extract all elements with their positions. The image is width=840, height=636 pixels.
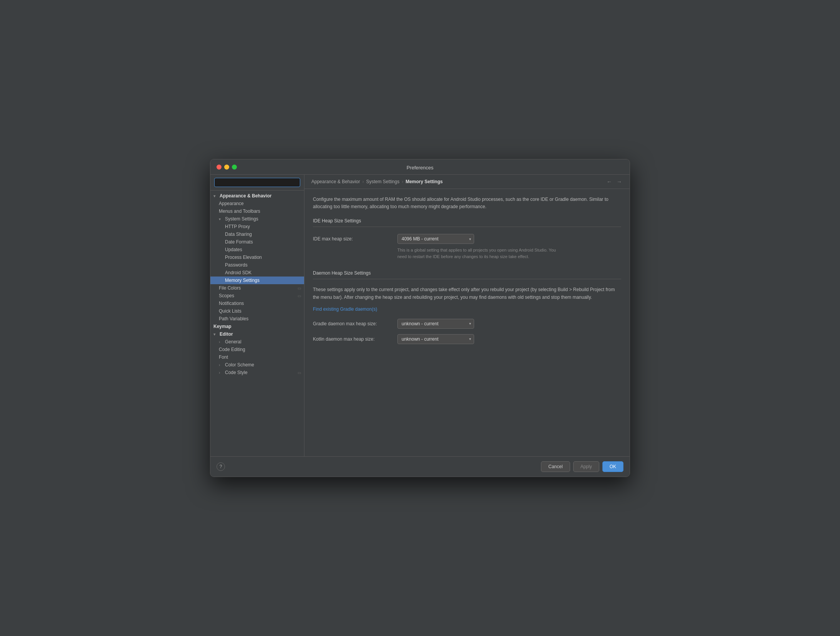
sidebar-item-label: Date Formats [225,239,253,245]
sidebar-item-system-settings[interactable]: ▾ System Settings [210,215,304,223]
sidebar-item-memory-settings[interactable]: Memory Settings [210,277,304,284]
sidebar-item-label: Process Elevation [225,255,262,260]
sidebar-item-data-sharing[interactable]: Data Sharing [210,230,304,238]
sidebar-item-editor[interactable]: ▾ Editor [210,330,304,338]
sidebar-item-label: Appearance [219,201,244,206]
sidebar-item-appearance[interactable]: Appearance [210,200,304,207]
close-button[interactable] [217,164,222,169]
sidebar-item-label: Appearance & Behavior [220,193,271,199]
sidebar-item-label: Editor [220,331,233,337]
sidebar-item-label: Menus and Toolbars [219,209,260,214]
breadcrumb-separator-1: › [362,179,364,184]
sidebar-item-http-proxy[interactable]: HTTP Proxy [210,223,304,230]
ide-heap-row: IDE max heap size: 512 MB 750 MB 1024 MB… [313,234,621,244]
sidebar-item-label: General [225,339,241,344]
sidebar-item-keymap[interactable]: Keymap [210,323,304,330]
sidebar-tree: ▾ Appearance & Behavior Appearance Menus… [210,190,304,456]
search-wrap: ⌕ [210,175,304,190]
title-bar: Preferences [210,159,630,175]
kotlin-heap-row: Kotlin daemon max heap size: 512 MB 750 … [313,334,621,344]
back-button[interactable]: ← [606,179,613,185]
breadcrumb: Appearance & Behavior › System Settings … [304,175,630,189]
gradle-daemon-link[interactable]: Find existing Gradle daemon(s) [313,306,621,312]
sidebar-item-label: File Colors [219,285,241,291]
traffic-lights [217,164,237,169]
sidebar-item-updates[interactable]: Updates [210,246,304,253]
breadcrumb-navigation: ← → [606,179,623,185]
breadcrumb-item-1[interactable]: Appearance & Behavior [311,179,360,184]
chevron-right-icon: › [219,340,223,344]
sidebar: ⌕ ▾ Appearance & Behavior Appearance Men… [210,175,304,456]
sidebar-item-process-elevation[interactable]: Process Elevation [210,253,304,261]
sidebar-item-label: Passwords [225,262,248,268]
help-button[interactable]: ? [217,462,225,471]
forward-button[interactable]: → [616,179,623,185]
sidebar-item-label: Path Variables [219,316,248,321]
page-description: Configure the maximum amount of RAM the … [313,196,621,210]
sidebar-item-label: Code Editing [219,347,245,352]
chevron-right-icon: › [219,371,223,375]
sidebar-item-notifications[interactable]: Notifications [210,300,304,307]
main-content: ⌕ ▾ Appearance & Behavior Appearance Men… [210,175,630,456]
chevron-right-icon: › [219,363,223,367]
footer-left: ? [217,462,225,471]
sidebar-item-label: Code Style [225,370,248,375]
chevron-down-icon: ▾ [219,217,223,221]
ok-button[interactable]: OK [602,461,623,472]
sidebar-item-file-colors[interactable]: File Colors ▭ [210,284,304,292]
kotlin-heap-select[interactable]: 512 MB 750 MB 1024 MB 2048 MB unknown - … [397,334,474,344]
sidebar-item-code-editing[interactable]: Code Editing [210,346,304,353]
sidebar-item-android-sdk[interactable]: Android SDK [210,269,304,277]
sidebar-item-label: HTTP Proxy [225,224,250,229]
ide-heap-select[interactable]: 512 MB 750 MB 1024 MB 2048 MB 4096 MB - … [397,234,474,244]
sidebar-item-quick-lists[interactable]: Quick Lists [210,307,304,315]
footer: ? Cancel Apply OK [210,456,630,477]
sidebar-item-menus-toolbars[interactable]: Menus and Toolbars [210,207,304,215]
content-panel: Appearance & Behavior › System Settings … [304,175,630,456]
sidebar-item-scopes[interactable]: Scopes ▭ [210,292,304,300]
sidebar-item-date-formats[interactable]: Date Formats [210,238,304,246]
ide-heap-select-wrap: 512 MB 750 MB 1024 MB 2048 MB 4096 MB - … [397,234,474,244]
kotlin-heap-label: Kotlin daemon max heap size: [313,336,397,342]
daemon-heap-section: Daemon Heap Size Settings These settings… [313,270,621,344]
gradle-heap-row: Gradle daemon max heap size: 512 MB 750 … [313,319,621,329]
sidebar-item-color-scheme[interactable]: › Color Scheme [210,361,304,369]
repo-icon: ▭ [298,371,301,375]
gradle-heap-select[interactable]: 512 MB 750 MB 1024 MB 2048 MB unknown - … [397,319,474,329]
sidebar-item-label: Keymap [213,324,231,329]
preferences-dialog: Preferences ⌕ ▾ Appearance & Behavior Ap… [210,159,630,477]
sidebar-item-label: Data Sharing [225,232,252,237]
sidebar-item-label: Android SDK [225,270,251,275]
content-body: Configure the maximum amount of RAM the … [304,189,630,456]
sidebar-item-label: Updates [225,247,242,252]
breadcrumb-separator-2: › [402,179,403,184]
breadcrumb-item-2[interactable]: System Settings [366,179,400,184]
repo-icon: ▭ [298,286,301,290]
sidebar-item-label: Font [219,354,228,360]
sidebar-item-label: Color Scheme [225,362,254,368]
search-container: ⌕ [214,178,300,187]
cancel-button[interactable]: Cancel [541,461,570,472]
ide-heap-section: IDE Heap Size Settings IDE max heap size… [313,218,621,260]
sidebar-item-label: Scopes [219,293,234,298]
sidebar-item-code-style[interactable]: › Code Style ▭ [210,369,304,376]
breadcrumb-item-3: Memory Settings [405,179,443,184]
sidebar-item-general[interactable]: › General [210,338,304,346]
sidebar-item-font[interactable]: Font [210,353,304,361]
ide-section-header: IDE Heap Size Settings [313,218,621,227]
chevron-down-icon: ▾ [213,194,218,198]
gradle-heap-select-wrap: 512 MB 750 MB 1024 MB 2048 MB unknown - … [397,319,474,329]
sidebar-item-passwords[interactable]: Passwords [210,261,304,269]
maximize-button[interactable] [232,164,237,169]
daemon-section-header: Daemon Heap Size Settings [313,270,621,279]
ide-heap-note: This is a global setting that applies to… [397,247,562,260]
sidebar-item-label: Notifications [219,301,244,306]
apply-button[interactable]: Apply [573,461,599,472]
sidebar-item-label: Quick Lists [219,308,241,314]
sidebar-item-path-variables[interactable]: Path Variables [210,315,304,323]
search-input[interactable] [214,178,300,187]
sidebar-item-label: Memory Settings [225,278,260,283]
minimize-button[interactable] [224,164,229,169]
repo-icon: ▭ [298,294,301,298]
sidebar-item-appearance-behavior[interactable]: ▾ Appearance & Behavior [210,192,304,200]
